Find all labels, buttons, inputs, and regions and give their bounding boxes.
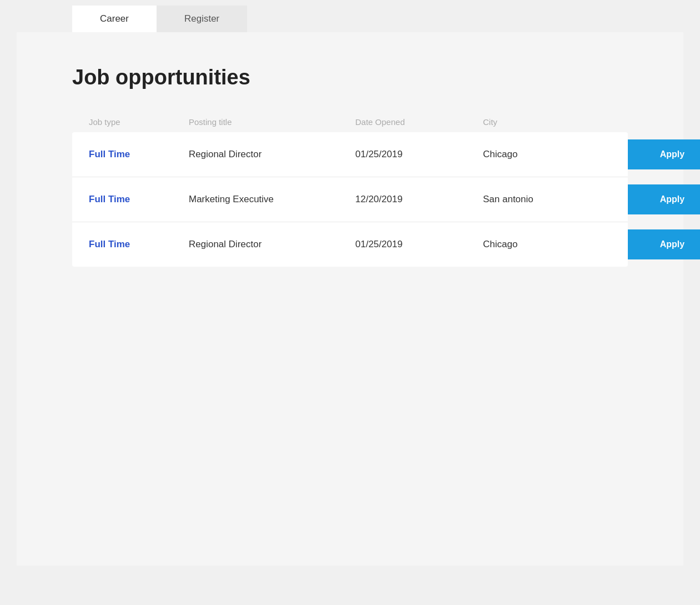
city-3: Chicago [483, 239, 605, 250]
apply-button-2[interactable]: Apply [628, 184, 700, 214]
date-opened-2: 12/20/2019 [355, 194, 483, 205]
header-action [605, 117, 694, 127]
header-job-type: Job type [89, 117, 189, 127]
tabs-container: Career Register [72, 0, 700, 32]
header-city: City [483, 117, 605, 127]
page-title: Job opportunities [72, 66, 628, 89]
header-date-opened: Date Opened [355, 117, 483, 127]
posting-title-1: Regional Director [189, 149, 355, 160]
tab-register[interactable]: Register [157, 6, 247, 32]
posting-title-3: Regional Director [189, 239, 355, 250]
table-row: Full Time Regional Director 01/25/2019 C… [72, 132, 628, 177]
date-opened-3: 01/25/2019 [355, 239, 483, 250]
table-row: Full Time Regional Director 01/25/2019 C… [72, 222, 628, 267]
date-opened-1: 01/25/2019 [355, 149, 483, 160]
apply-button-1[interactable]: Apply [628, 139, 700, 169]
table-row: Full Time Marketing Executive 12/20/2019… [72, 177, 628, 222]
job-type-2: Full Time [89, 194, 189, 205]
apply-button-3[interactable]: Apply [628, 229, 700, 259]
main-content: Job opportunities Job type Posting title… [17, 32, 683, 566]
tab-career[interactable]: Career [72, 6, 157, 32]
table-header: Job type Posting title Date Opened City [72, 117, 628, 127]
city-1: Chicago [483, 149, 605, 160]
city-2: San antonio [483, 194, 605, 205]
jobs-table: Full Time Regional Director 01/25/2019 C… [72, 132, 628, 267]
job-type-3: Full Time [89, 239, 189, 250]
job-type-1: Full Time [89, 149, 189, 160]
posting-title-2: Marketing Executive [189, 194, 355, 205]
header-posting-title: Posting title [189, 117, 355, 127]
